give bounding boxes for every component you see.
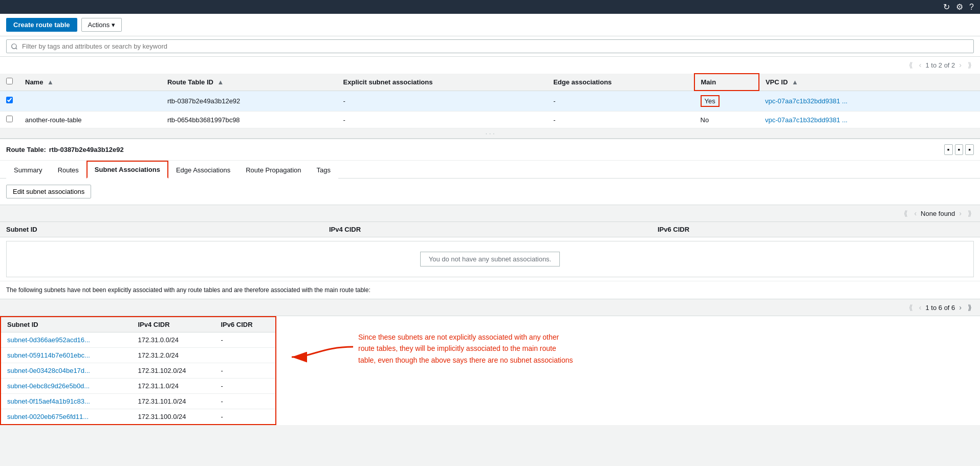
implicit-cell-subnet-id[interactable]: subnet-0d366ae952acd16... <box>1 332 132 348</box>
implicit-cell-ipv6: - <box>214 409 276 425</box>
subnet-link[interactable]: subnet-0f15aef4a1b91c83... <box>7 397 90 405</box>
detail-tabs: Summary Routes Subnet Associations Edge … <box>0 161 980 179</box>
implicit-cell-subnet-id[interactable]: subnet-059114b7e601ebc... <box>1 348 132 363</box>
actions-button[interactable]: Actions ▾ <box>81 18 122 32</box>
cell-explicit-subnet: - <box>337 91 548 112</box>
explicit-col-ipv4: IPv4 CIDR <box>323 222 651 237</box>
implicit-cell-subnet-id[interactable]: subnet-0e03428c04be17d... <box>1 363 132 379</box>
vpc-link[interactable]: vpc-07aa7c1b32bdd9381 ... <box>765 97 847 105</box>
col-empty <box>954 74 980 91</box>
implicit-cell-ipv6 <box>214 348 276 363</box>
implicit-table-row: subnet-0f15aef4a1b91c83... 172.31.101.0/… <box>1 394 276 409</box>
name-sort-icon: ▲ <box>47 78 54 86</box>
implicit-table-pagination: ⟪ ‹ 1 to 6 of 6 › ⟫ <box>0 299 980 316</box>
implicit-col-subnet-id: Subnet ID <box>1 317 132 332</box>
implicit-cell-ipv6: - <box>214 379 276 394</box>
route-tables-table-container: ⟪ ‹ 1 to 2 of 2 › ⟫ Name ▲ Route Table I… <box>0 57 980 128</box>
implicit-association-note: The following subnets have not been expl… <box>0 281 980 299</box>
tab-summary[interactable]: Summary <box>6 161 50 179</box>
route-table-label: Route Table: <box>6 146 46 153</box>
cell-explicit-subnet: - <box>337 112 548 128</box>
search-bar <box>0 36 980 57</box>
implicit-page-first[interactable]: ⟪ <box>907 302 915 313</box>
table-row: another-route-table rtb-0654bb3681997bc9… <box>0 112 980 128</box>
explicit-table-header: Subnet ID IPv4 CIDR IPv6 CIDR <box>0 222 980 237</box>
explicit-empty-message: You do not have any subnet associations. <box>6 241 974 277</box>
col-main: Main <box>694 74 759 91</box>
cell-vpc-id[interactable]: vpc-07aa7c1b32bdd9381 ... <box>759 91 954 112</box>
implicit-page-next[interactable]: › <box>957 302 964 313</box>
implicit-page-prev[interactable]: ‹ <box>917 302 924 313</box>
implicit-cell-subnet-id[interactable]: subnet-0f15aef4a1b91c83... <box>1 394 132 409</box>
settings-icon-button[interactable]: ⚙ <box>956 2 963 12</box>
implicit-page-last[interactable]: ⟫ <box>966 302 974 313</box>
implicit-table-row: subnet-0e03428c04be17d... 172.31.102.0/2… <box>1 363 276 379</box>
implicit-cell-ipv6: - <box>214 363 276 379</box>
panel-bottom-button[interactable]: ▪ <box>965 144 974 155</box>
table-header-row: Name ▲ Route Table ID ▲ Explicit subnet … <box>0 74 980 91</box>
tab-routes[interactable]: Routes <box>50 161 86 179</box>
cell-edge-associations: - <box>547 91 694 112</box>
cell-checkbox[interactable] <box>0 112 19 128</box>
implicit-cell-ipv4: 172.31.1.0/24 <box>132 379 215 394</box>
page-last-button[interactable]: ⟫ <box>966 60 974 70</box>
subnet-link[interactable]: subnet-0e03428c04be17d... <box>7 367 90 374</box>
subnet-link[interactable]: subnet-0020eb675e6fd11... <box>7 413 89 420</box>
explicit-subnet-table-section: ⟪ ‹ None found › ⟫ Subnet ID IPv4 CIDR I… <box>0 205 980 281</box>
col-name[interactable]: Name ▲ <box>19 74 161 91</box>
cell-checkbox[interactable] <box>0 91 19 112</box>
edit-subnet-associations-button[interactable]: Edit subnet associations <box>6 185 91 198</box>
implicit-table-row: subnet-0020eb675e6fd11... 172.31.100.0/2… <box>1 409 276 425</box>
cell-name <box>19 91 161 112</box>
select-all-checkbox-header[interactable] <box>0 74 19 91</box>
page-next-button[interactable]: › <box>957 60 964 70</box>
refresh-icon-button[interactable]: ↻ <box>943 2 950 12</box>
tab-subnet-associations[interactable]: Subnet Associations <box>86 161 168 179</box>
col-vpc-id[interactable]: VPC ID ▲ <box>759 74 954 91</box>
explicit-page-next[interactable]: › <box>957 208 964 218</box>
help-icon-button[interactable]: ? <box>969 2 974 12</box>
implicit-table-with-annotation: Subnet ID IPv4 CIDR IPv6 CIDR subnet-0d3… <box>0 316 980 425</box>
implicit-cell-ipv4: 172.31.100.0/24 <box>132 409 215 425</box>
table-row: rtb-0387b2e49a3b12e92 - - Yes vpc-07aa7c… <box>0 91 980 112</box>
explicit-subnet-table: Subnet ID IPv4 CIDR IPv6 CIDR You do not… <box>0 222 980 281</box>
select-all-checkbox[interactable] <box>6 78 13 84</box>
page-first-button[interactable]: ⟪ <box>907 60 915 70</box>
cell-route-table-id: rtb-0387b2e49a3b12e92 <box>161 91 337 112</box>
implicit-cell-ipv4: 172.31.0.0/24 <box>132 332 215 348</box>
no-associations-message: You do not have any subnet associations. <box>420 252 560 267</box>
implicit-subnet-table: Subnet ID IPv4 CIDR IPv6 CIDR subnet-0d3… <box>0 316 276 425</box>
implicit-cell-subnet-id[interactable]: subnet-0020eb675e6fd11... <box>1 409 132 425</box>
explicit-page-prev[interactable]: ‹ <box>912 208 919 218</box>
panel-split-button[interactable]: ▪ <box>955 144 964 155</box>
subnet-link[interactable]: subnet-0d366ae952acd16... <box>7 336 90 344</box>
implicit-cell-ipv6: - <box>214 332 276 348</box>
resize-handle[interactable]: · · · <box>0 128 980 138</box>
implicit-cell-ipv4: 172.31.101.0/24 <box>132 394 215 409</box>
tab-route-propagation[interactable]: Route Propagation <box>238 161 309 179</box>
search-input[interactable] <box>6 39 974 53</box>
tab-edge-associations[interactable]: Edge Associations <box>168 161 238 179</box>
vpc-link[interactable]: vpc-07aa7c1b32bdd9381 ... <box>765 116 847 124</box>
detail-header-left: Route Table: rtb-0387b2e49a3b12e92 <box>6 146 124 153</box>
cell-edge-associations: - <box>547 112 694 128</box>
page-prev-button[interactable]: ‹ <box>917 60 924 70</box>
panel-full-button[interactable]: ▪ <box>944 144 953 155</box>
annotation-area: Since these subnets are not explicitly a… <box>287 316 573 366</box>
implicit-table-header: Subnet ID IPv4 CIDR IPv6 CIDR <box>1 317 276 332</box>
cell-vpc-id[interactable]: vpc-07aa7c1b32bdd9381 ... <box>759 112 954 128</box>
create-route-table-button[interactable]: Create route table <box>6 18 77 32</box>
implicit-table-row: subnet-0d366ae952acd16... 172.31.0.0/24 … <box>1 332 276 348</box>
implicit-table-row: subnet-059114b7e601ebc... 172.31.2.0/24 <box>1 348 276 363</box>
implicit-cell-subnet-id[interactable]: subnet-0ebc8c9d26e5b0d... <box>1 379 132 394</box>
implicit-cell-ipv4: 172.31.2.0/24 <box>132 348 215 363</box>
explicit-col-ipv6: IPv6 CIDR <box>651 222 980 237</box>
tab-tags[interactable]: Tags <box>309 161 338 179</box>
explicit-page-first[interactable]: ⟪ <box>902 208 910 218</box>
col-route-table-id[interactable]: Route Table ID ▲ <box>161 74 337 91</box>
explicit-page-last[interactable]: ⟫ <box>966 208 974 218</box>
subnet-link[interactable]: subnet-0ebc8c9d26e5b0d... <box>7 382 90 390</box>
subnet-link[interactable]: subnet-059114b7e601ebc... <box>7 351 90 359</box>
vpc-id-sort-icon: ▲ <box>792 78 798 86</box>
explicit-empty-row: You do not have any subnet associations. <box>0 237 980 281</box>
